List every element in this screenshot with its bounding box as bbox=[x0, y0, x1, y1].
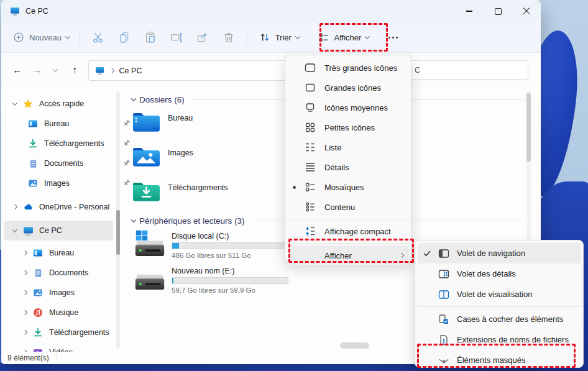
sidebar-scrollbar-thumb[interactable] bbox=[116, 210, 120, 255]
menu-item-medium-icons[interactable]: Icônes moyennes bbox=[288, 98, 408, 117]
sidebar-item-onedrive[interactable]: OneDrive - Personal bbox=[4, 197, 113, 217]
copy-button[interactable] bbox=[111, 26, 137, 48]
share-button[interactable] bbox=[190, 26, 216, 48]
extra-large-icons-icon bbox=[304, 62, 316, 74]
titlebar[interactable]: Ce PC bbox=[1, 0, 541, 22]
rename-button[interactable] bbox=[163, 26, 190, 48]
sidebar-item-label: Musique bbox=[49, 308, 78, 317]
list-view-icon bbox=[304, 141, 316, 153]
view-button-label: Afficher bbox=[334, 33, 361, 42]
menu-item-details[interactable]: Détails bbox=[288, 157, 408, 177]
sidebar-item-pc-desktop[interactable]: Bureau bbox=[4, 243, 123, 263]
sidebar-item-pc-downloads[interactable]: Téléchargements bbox=[4, 323, 123, 342]
sidebar-item-pc-pictures[interactable]: Images bbox=[4, 283, 123, 303]
sidebar-item-pc-documents[interactable]: Documents bbox=[4, 263, 123, 283]
submenu-arrow-icon bbox=[399, 253, 404, 258]
folder-pictures-icon bbox=[132, 144, 161, 173]
back-icon: ← bbox=[12, 65, 22, 76]
onedrive-cloud-icon bbox=[22, 201, 34, 213]
star-icon bbox=[22, 98, 34, 109]
menu-item-label: Icônes moyennes bbox=[324, 103, 388, 112]
this-pc-icon bbox=[95, 66, 104, 75]
sidebar-item-this-pc[interactable]: Ce PC bbox=[4, 221, 113, 240]
desktop-icon bbox=[27, 118, 39, 129]
sidebar-item-pc-music[interactable]: Musique bbox=[4, 303, 123, 323]
view-button[interactable]: Afficher bbox=[313, 28, 374, 47]
submenu-item-file-extensions[interactable]: Extensions de noms de fichiers bbox=[418, 329, 581, 350]
content-hscrollbar-thumb[interactable] bbox=[340, 342, 369, 349]
rename-icon bbox=[170, 30, 183, 44]
submenu-item-hidden-items[interactable]: Éléments masqués bbox=[418, 350, 581, 370]
cut-button[interactable] bbox=[85, 26, 111, 48]
sidebar-item-label: Images bbox=[49, 288, 75, 297]
download-icon bbox=[32, 327, 44, 338]
sidebar-item-label: OneDrive - Personal bbox=[39, 203, 109, 211]
cut-icon bbox=[91, 30, 105, 44]
download-icon bbox=[27, 138, 39, 149]
sort-button[interactable]: Trier bbox=[254, 27, 305, 47]
folder-tile-pictures[interactable]: Images bbox=[132, 144, 281, 173]
menu-item-list[interactable]: Liste bbox=[288, 137, 408, 157]
chevron-down-icon bbox=[295, 34, 300, 39]
document-icon bbox=[27, 158, 39, 169]
submenu-item-label: Volet de navigation bbox=[457, 249, 525, 258]
sidebar-item-label: Bureau bbox=[49, 249, 74, 257]
chevron-right-icon bbox=[12, 204, 17, 209]
chevron-right-icon bbox=[22, 270, 27, 275]
more-options-button[interactable] bbox=[380, 26, 407, 48]
sidebar-item-label: Ce PC bbox=[39, 226, 62, 235]
menu-item-label: Petites icônes bbox=[324, 123, 375, 132]
up-icon: ↑ bbox=[72, 65, 77, 76]
drive-free-space: 59,7 Go libres sur 59,9 Go bbox=[172, 286, 255, 294]
menu-item-small-icons[interactable]: Petites icônes bbox=[288, 117, 408, 137]
music-icon bbox=[32, 307, 44, 318]
submenu-item-label: Volet des détails bbox=[457, 269, 516, 278]
maximize-button[interactable] bbox=[484, 0, 512, 22]
back-button[interactable]: ← bbox=[9, 62, 26, 79]
navigation-pane-icon bbox=[438, 247, 450, 260]
menu-item-tiles[interactable]: Mosaïques bbox=[288, 177, 408, 197]
forward-button[interactable]: → bbox=[29, 62, 46, 79]
chevron-down-icon bbox=[65, 34, 70, 39]
submenu-item-details-pane[interactable]: Volet des détails bbox=[418, 263, 581, 284]
submenu-item-preview-pane[interactable]: Volet de visualisation bbox=[418, 284, 581, 305]
more-icon bbox=[388, 37, 398, 39]
copy-icon bbox=[117, 30, 131, 44]
submenu-item-item-checkboxes[interactable]: Cases à cocher des éléments bbox=[418, 309, 581, 329]
chevron-right-icon bbox=[22, 250, 27, 255]
delete-button[interactable] bbox=[216, 26, 242, 48]
close-button[interactable] bbox=[512, 0, 541, 22]
menu-item-content[interactable]: Contenu bbox=[288, 197, 408, 217]
search-input[interactable]: C bbox=[409, 60, 528, 80]
new-button[interactable]: Nouveau bbox=[7, 27, 75, 47]
folders-group-label: Dossiers (6) bbox=[139, 95, 185, 104]
menu-item-extra-large-icons[interactable]: Très grandes icônes bbox=[288, 58, 408, 78]
recent-locations-button[interactable] bbox=[48, 62, 62, 79]
up-button[interactable]: ↑ bbox=[66, 62, 83, 79]
submenu-item-navigation-pane[interactable]: Volet de navigation bbox=[418, 243, 581, 263]
chevron-down-icon bbox=[12, 227, 17, 232]
menu-item-large-icons[interactable]: Grandes icônes bbox=[288, 78, 408, 98]
sidebar-item-quick-access[interactable]: Accès rapide bbox=[4, 94, 113, 114]
drive-e-icon bbox=[134, 267, 165, 292]
window-title: Ce PC bbox=[25, 7, 48, 16]
folder-tile-desktop[interactable]: Bureau bbox=[132, 109, 281, 138]
minimize-button[interactable] bbox=[455, 0, 484, 22]
menu-item-compact-view[interactable]: Affichage compact bbox=[288, 221, 408, 241]
file-extensions-icon bbox=[438, 334, 450, 346]
check-icon bbox=[423, 249, 438, 258]
drive-name: Nouveau nom (E:) bbox=[172, 267, 234, 275]
breadcrumb-root[interactable]: Ce PC bbox=[119, 66, 142, 75]
view-layout-icon bbox=[318, 32, 329, 44]
pin-icon bbox=[122, 178, 131, 188]
folder-name: Images bbox=[168, 149, 193, 173]
sidebar-item-label: Téléchargements bbox=[44, 139, 104, 148]
paste-button[interactable] bbox=[137, 26, 163, 48]
menu-item-label: Liste bbox=[324, 143, 341, 152]
content-scrollbar-thumb[interactable] bbox=[526, 93, 531, 162]
details-view-icon bbox=[304, 161, 316, 173]
content-view-icon bbox=[304, 201, 316, 213]
menu-item-show-submenu[interactable]: Afficher bbox=[288, 245, 408, 265]
folder-tile-downloads[interactable]: Téléchargements bbox=[132, 179, 281, 208]
pin-icon bbox=[122, 158, 131, 168]
